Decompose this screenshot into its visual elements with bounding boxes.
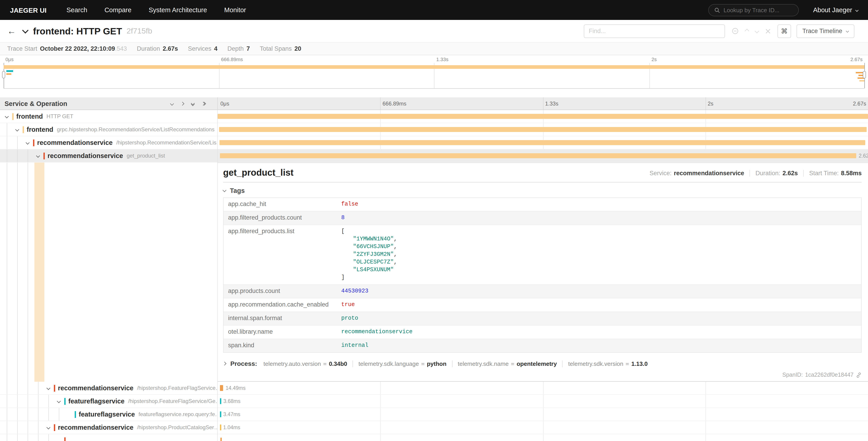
span-row[interactable]: recommendationservice/hipstershop.Produc… bbox=[0, 421, 868, 434]
summary-value: 2.67s bbox=[163, 45, 178, 52]
indent-guide bbox=[17, 382, 18, 394]
indent-guide bbox=[28, 408, 28, 421]
expand-toggle-icon[interactable] bbox=[5, 115, 9, 118]
span-row[interactable]: recommendationserviceget_product_list2.6… bbox=[0, 149, 868, 163]
span-bar[interactable] bbox=[218, 114, 868, 119]
minimap-span-bar bbox=[859, 80, 864, 82]
span-bar-cell[interactable]: 1.04ms bbox=[218, 421, 868, 434]
trace-minimap[interactable] bbox=[4, 63, 864, 89]
span-bar-cell[interactable] bbox=[218, 110, 868, 123]
prev-match-icon[interactable] bbox=[745, 29, 749, 33]
span-bar[interactable] bbox=[220, 411, 221, 417]
span-row[interactable]: recommendationservice/hipstershop.Featur… bbox=[0, 382, 868, 395]
indent-guide bbox=[17, 163, 18, 382]
trace-lookup-input[interactable] bbox=[723, 6, 793, 13]
collapse-title-chevron-icon[interactable] bbox=[22, 27, 29, 33]
expand-toggle-icon[interactable] bbox=[57, 399, 61, 403]
summary-suffix: .543 bbox=[115, 45, 127, 52]
expand-toggle-icon[interactable] bbox=[26, 141, 30, 145]
trace-lookup[interactable] bbox=[708, 4, 799, 16]
span-name-cell[interactable]: frontendgrpc.hipstershop.RecommendationS… bbox=[0, 123, 218, 136]
equals-sign: = bbox=[511, 360, 514, 367]
app-logo[interactable]: JAEGER UI bbox=[10, 6, 46, 14]
equals-sign: = bbox=[626, 360, 629, 367]
span-row[interactable]: frontendgrpc.hipstershop.RecommendationS… bbox=[0, 123, 868, 136]
process-value: 1.13.0 bbox=[631, 360, 648, 367]
span-bar-cell[interactable] bbox=[218, 136, 868, 149]
clear-search-icon[interactable] bbox=[765, 28, 771, 34]
nav-item-monitor[interactable]: Monitor bbox=[224, 6, 246, 13]
column-divider[interactable] bbox=[217, 110, 218, 441]
operation-name: /hipstershop.FeatureFlagService/Ge… bbox=[128, 398, 218, 404]
span-bar[interactable] bbox=[220, 398, 221, 404]
find-controls bbox=[732, 28, 771, 34]
about-jaeger-menu[interactable]: About Jaeger bbox=[813, 6, 858, 13]
next-match-icon[interactable] bbox=[755, 29, 759, 33]
span-row[interactable]: frontendHTTP GET bbox=[0, 110, 868, 123]
span-name-cell[interactable]: featureflagservice/hipstershop.FeatureFl… bbox=[0, 395, 218, 408]
circle-minus-icon[interactable] bbox=[732, 28, 739, 34]
tag-key: internal.span.format bbox=[223, 312, 337, 325]
span-operation-title: get_product_list bbox=[223, 168, 293, 178]
span-name-cell[interactable]: frontendHTTP GET bbox=[0, 110, 218, 123]
expand-all-icon[interactable] bbox=[202, 102, 206, 105]
tags-section-title: Tags bbox=[230, 187, 245, 194]
span-name-cell[interactable]: recommendationservice/hipstershop.Produc… bbox=[0, 421, 218, 434]
nav-item-search[interactable]: Search bbox=[66, 6, 87, 13]
span-row[interactable]: featureflagservice/hipstershop.FeatureFl… bbox=[0, 395, 868, 408]
span-bar-cell[interactable] bbox=[218, 123, 868, 136]
minimap-right-grip[interactable] bbox=[863, 71, 866, 78]
span-bar[interactable] bbox=[219, 127, 867, 132]
link-icon[interactable] bbox=[856, 372, 862, 378]
expand-toggle-icon[interactable] bbox=[46, 386, 51, 390]
collapse-one-icon[interactable] bbox=[170, 102, 173, 105]
process-section-toggle[interactable]: Process: telemetry.auto.version=0.34b0te… bbox=[223, 360, 862, 367]
span-bar[interactable] bbox=[220, 438, 221, 441]
span-bar[interactable] bbox=[220, 424, 221, 430]
span-row[interactable]: featureflagservicefeatureflagservice.rep… bbox=[0, 408, 868, 421]
span-bar-cell[interactable]: 14.49ms bbox=[218, 382, 868, 394]
span-name-cell[interactable]: recommendationservice/hipstershop.Recomm… bbox=[0, 136, 218, 149]
span-name-cell[interactable]: recommendationserviceget_product_list bbox=[0, 149, 218, 162]
service-name: frontend bbox=[27, 126, 53, 133]
find-input[interactable] bbox=[584, 24, 725, 38]
back-arrow-icon[interactable]: ← bbox=[7, 27, 16, 35]
summary-item: Depth7 bbox=[227, 45, 250, 52]
span-name-cell[interactable] bbox=[0, 434, 218, 441]
tags-section-toggle[interactable]: Tags bbox=[223, 185, 862, 198]
span-bar[interactable] bbox=[220, 385, 223, 391]
service-color-marker bbox=[54, 385, 55, 391]
summary-value: October 22 2022, 22:10:09 bbox=[40, 45, 115, 52]
indent-guide bbox=[59, 408, 59, 421]
expand-toggle-icon[interactable] bbox=[16, 128, 19, 131]
operation-name: grpc.hipstershop.RecommendationService/L… bbox=[57, 126, 215, 133]
span-bar-cell[interactable]: 3.68ms bbox=[218, 395, 868, 408]
span-bar-cell[interactable]: 3.47ms bbox=[218, 408, 868, 421]
equals-sign: = bbox=[421, 360, 425, 367]
collapse-all-icon[interactable] bbox=[191, 101, 194, 105]
indent-guide bbox=[7, 123, 7, 136]
span-bar-cell[interactable]: 2.62s bbox=[218, 149, 868, 162]
span-name-cell[interactable]: recommendationservice/hipstershop.Featur… bbox=[0, 382, 218, 394]
nav-item-system-architecture[interactable]: System Architecture bbox=[149, 6, 207, 13]
span-bar-cell[interactable] bbox=[218, 434, 868, 441]
list-close-bracket: ] bbox=[341, 274, 857, 282]
service-color-marker bbox=[54, 424, 55, 431]
expand-toggle-icon[interactable] bbox=[36, 154, 40, 158]
span-row[interactable]: recommendationservice/hipstershop.Recomm… bbox=[0, 136, 868, 149]
span-bar[interactable] bbox=[219, 140, 865, 145]
tag-row: app.filtered_products.list["1YMWWN1N4O",… bbox=[223, 225, 861, 285]
keyboard-shortcuts-button[interactable]: ⌘ bbox=[777, 24, 791, 38]
expand-one-icon[interactable] bbox=[181, 102, 184, 105]
trace-view-selector[interactable]: Trace Timeline bbox=[797, 24, 855, 38]
span-name-cell[interactable]: featureflagservicefeatureflagservice.rep… bbox=[0, 408, 218, 421]
timeline-header: Service & Operation 0μs666.89ms1.33s2s2.… bbox=[0, 97, 868, 110]
tag-key: app.filtered_products.count bbox=[223, 211, 337, 225]
minimap-left-grip[interactable] bbox=[2, 71, 5, 78]
summary-value: 4 bbox=[214, 45, 217, 52]
span-row[interactable] bbox=[0, 434, 868, 441]
expand-toggle-icon[interactable] bbox=[46, 425, 51, 430]
span-bar[interactable] bbox=[220, 153, 857, 158]
nav-item-compare[interactable]: Compare bbox=[104, 6, 131, 13]
grid-line bbox=[706, 97, 706, 110]
